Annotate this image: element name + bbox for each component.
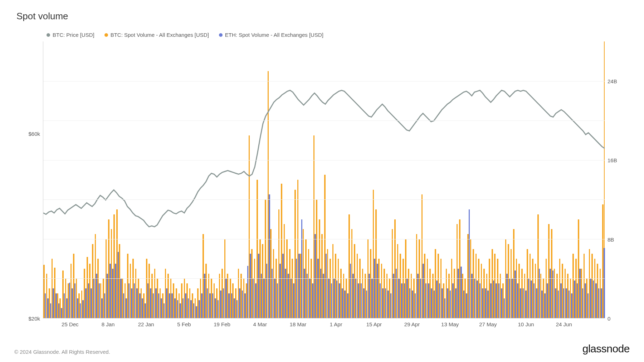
bar-group (211, 41, 214, 318)
bar-group (162, 41, 165, 318)
bar-group (57, 41, 60, 318)
bar-group (176, 41, 179, 318)
bar-group (265, 41, 268, 318)
bar-group (451, 41, 454, 318)
bar-group (305, 41, 308, 318)
bar-group (378, 41, 381, 318)
bar-group (511, 41, 513, 318)
bar-group (232, 41, 235, 318)
bar-group (457, 41, 459, 318)
x-tick: 5 Feb (177, 321, 191, 327)
bar-group (416, 41, 419, 318)
bar-group (591, 41, 594, 318)
y-right-tick: 8B (608, 236, 614, 242)
bar-group (181, 41, 184, 318)
bar-group (370, 41, 373, 318)
bar-group (281, 41, 284, 318)
bar-group (435, 41, 438, 318)
bar-group (284, 41, 287, 318)
legend-label: BTC: Price [USD] (53, 32, 94, 38)
legend-label: ETH: Spot Volume - All Exchanges [USD] (225, 32, 323, 38)
legend-item-btc-price: BTC: Price [USD] (47, 32, 94, 38)
bar-group (448, 41, 451, 318)
grid-line (43, 120, 605, 121)
bar-group (481, 41, 484, 318)
bar-group (492, 41, 494, 318)
bar-group (70, 41, 73, 318)
bar-group (230, 41, 233, 318)
bar-group (445, 41, 448, 318)
bar-group (354, 41, 357, 318)
bar-group (521, 41, 524, 318)
bar-group (421, 41, 424, 318)
bar-group (87, 41, 89, 318)
bar-group (65, 41, 68, 318)
bar-group (208, 41, 211, 318)
bar-group (254, 41, 257, 318)
bar-group (81, 41, 84, 318)
bar-group (92, 41, 95, 318)
bar-group (262, 41, 265, 318)
bar-group (213, 41, 216, 318)
bar-group (497, 41, 500, 318)
y-left-tick: $60k (28, 131, 40, 137)
bar-group (297, 41, 300, 318)
bar-group (570, 41, 573, 318)
bar-group (97, 41, 100, 318)
bar-group (513, 41, 516, 318)
bar-group (594, 41, 597, 318)
grid-line (43, 199, 605, 200)
bar-group (205, 41, 208, 318)
bar-group (410, 41, 413, 318)
bar-group (575, 41, 578, 318)
x-tick: 27 May (479, 321, 497, 327)
bar-group (518, 41, 521, 318)
bar-group (348, 41, 351, 318)
bar-group (219, 41, 222, 318)
bar-group (316, 41, 319, 318)
bar-group (321, 41, 324, 318)
bar-group (467, 41, 470, 318)
bar-group (597, 41, 600, 318)
bar-group (227, 41, 230, 318)
bar-group (300, 41, 303, 318)
bar-group (116, 41, 119, 318)
legend-label: BTC: Spot Volume - All Exchanges [USD] (111, 32, 209, 38)
bar-group (52, 41, 54, 318)
bar-group (367, 41, 370, 318)
grid-line (43, 160, 605, 160)
grid-line (43, 81, 605, 81)
bar-group (135, 41, 138, 318)
bar-group (502, 41, 505, 318)
bar-group (443, 41, 446, 318)
bar-group (324, 41, 327, 318)
bar-group (524, 41, 527, 318)
bar-group (494, 41, 497, 318)
x-tick: 18 Mar (290, 321, 307, 327)
bar-group (327, 41, 330, 318)
footer: © 2024 Glassnode. All Rights Reserved. g… (14, 343, 630, 355)
bar-group (589, 41, 591, 318)
bar-group (138, 41, 141, 318)
bar-group (343, 41, 346, 318)
bar-group (340, 41, 343, 318)
bar-group (440, 41, 443, 318)
bar-group (221, 41, 224, 318)
bar-group (394, 41, 397, 318)
bar-group (200, 41, 203, 318)
x-tick: 24 Jun (556, 321, 572, 327)
grid-line (43, 278, 605, 279)
legend: BTC: Price [USD] BTC: Spot Volume - All … (47, 32, 630, 38)
bar-group (529, 41, 532, 318)
bar-group (546, 41, 548, 318)
x-tick: 8 Jan (102, 321, 115, 327)
bar-group (478, 41, 481, 318)
y-axis-right: 24B16B8B0 (605, 41, 630, 318)
bar-group (375, 41, 378, 318)
x-tick: 1 Apr (330, 321, 342, 327)
bar-group (103, 41, 106, 318)
plot-area[interactable] (43, 41, 605, 318)
bar-group (160, 41, 162, 318)
bar-group (275, 41, 278, 318)
bar-group (165, 41, 168, 318)
